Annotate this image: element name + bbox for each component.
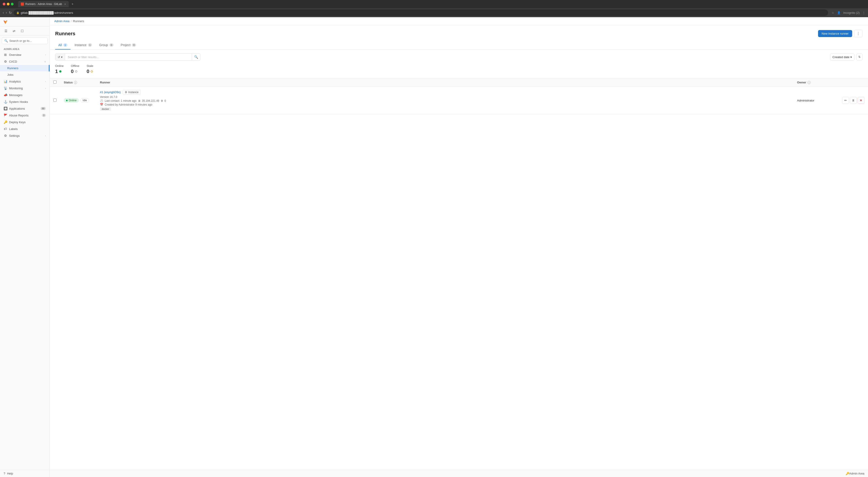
sort-order-button[interactable]: ⇅ [856,54,863,60]
tab-favicon [21,2,24,6]
lock-icon: 🔒 [16,11,20,14]
runner-contact-row: 🕐 Last contact: 1 minute ago 🖥 35.194.22… [100,99,790,102]
owner-info-icon[interactable]: i [807,81,811,84]
owner-cell: Administrator [794,87,839,114]
search-icon: 🔍 [4,39,8,42]
breadcrumb-separator: / [71,20,72,23]
runner-created-row: 📅 Created by Administrator 9 minutes ago [100,103,790,106]
sidebar-item-abuse-reports[interactable]: 🚩 Abuse Reports 0 [0,112,50,119]
filter-prefix-btn[interactable]: ↺ ▾ [55,54,65,60]
runner-tag: docker [100,107,111,111]
tab-project[interactable]: Project 0 [118,41,139,50]
close-window-btn[interactable] [3,3,5,5]
runner-type-icon: ⚙ [125,91,127,94]
sidebar-item-cicd[interactable]: ⚙ CI/CD ∨ [0,58,50,65]
jobs-icon: ⚙ [161,99,163,102]
select-all-checkbox[interactable] [53,81,57,84]
runner-ip: 35.194.221.49 [142,99,159,102]
sidebar-item-runners[interactable]: Runners [0,65,50,71]
sidebar-item-labels[interactable]: 🏷 Labels [0,125,50,132]
sidebar-item-label: System Hooks [9,100,28,103]
sidebar-item-overview[interactable]: ⊞ Overview › [0,51,50,58]
todos-btn[interactable]: ☐ [19,28,25,34]
sidebar-item-jobs[interactable]: Jobs [0,71,50,78]
sidebar-item-settings[interactable]: ⚙ Settings › [0,132,50,139]
forward-btn[interactable]: › [6,11,7,15]
delete-runner-button[interactable]: ✕ [858,97,864,104]
tab-instance[interactable]: Instance 1 [71,41,95,50]
pause-runner-button[interactable]: ⏸ [850,97,857,104]
table-row: Online Idle #1 (esyngbD9x) ⚙ Instance [50,87,868,114]
bookmark-icon[interactable]: ☆ [832,11,834,14]
page-header: Runners New instance runner ⋮ [50,25,868,37]
runner-name-link[interactable]: #1 (esyngbD9x) [100,90,121,94]
admin-area-label[interactable]: Admin Area [849,472,864,475]
edit-runner-button[interactable]: ✏ [842,97,849,104]
help-label[interactable]: Help [7,472,13,475]
sidebar-item-applications[interactable]: 🔲 Applications 88 [0,105,50,112]
sidebar-item-deploy-keys[interactable]: 🔑 Deploy Keys [0,119,50,125]
bottom-bar-right: 🔑 Admin Area [50,470,868,477]
settings-icon: ⚙ [4,134,7,138]
new-instance-runner-button[interactable]: New instance runner [818,30,852,37]
sidebar-item-system-hooks[interactable]: ⚓ System Hooks [0,98,50,105]
url-display: gitlab.████████████/admin/runners [21,11,73,14]
search-button[interactable]: 🔍 [192,54,200,60]
ip-icon: 🖥 [138,99,141,102]
row-checkbox[interactable] [53,98,57,102]
tab-all-count: 1 [63,43,67,47]
header-actions: New instance runner ⋮ [818,30,863,37]
stale-dot-icon [91,70,93,72]
chevron-down-icon: ∨ [44,60,46,63]
sidebar-item-monitoring[interactable]: 📡 Monitoring › [0,85,50,92]
reload-btn[interactable]: ↻ [9,11,12,15]
runner-cell: #1 (esyngbD9x) ⚙ Instance Version 16.7.0 [96,87,794,114]
sidebar-item-analytics[interactable]: 📊 Analytics › [0,78,50,85]
more-actions-button[interactable]: ⋮ [854,30,863,37]
prefix-chevron-icon: ▾ [61,55,63,59]
labels-icon: 🏷 [4,127,7,131]
tab-group[interactable]: Group 0 [96,41,117,50]
idle-badge: Idle [81,98,89,102]
back-btn[interactable]: ‹ [3,11,4,15]
sidebar-search[interactable]: 🔍 Search or go to... [2,37,48,44]
status-info-icon[interactable]: i [74,81,77,84]
monitoring-icon: 📡 [4,86,7,90]
sort-selector[interactable]: Created date ▾ [830,54,855,61]
merge-requests-btn[interactable]: ⇄ [11,28,17,34]
maximize-window-btn[interactable] [11,3,13,5]
extensions-icon[interactable]: ⋮ [862,11,865,14]
abuse-reports-icon: 🚩 [4,114,7,117]
tab-all[interactable]: All 1 [55,41,70,50]
active-tab[interactable]: Runners · Admin Area · GitLab ✕ [18,1,69,7]
filter-container: ↺ ▾ 🔍 [55,53,200,61]
search-input[interactable] [65,54,192,60]
runners-table: Status i Runner Owner i [50,78,868,114]
sidebar-item-label: Monitoring [9,87,23,90]
chevron-right-icon: › [45,135,46,137]
sidebar-toggle-btn[interactable]: ☰ [3,28,9,34]
tab-title: Runners · Admin Area · GitLab [25,2,62,6]
stale-count: 0 [87,68,89,74]
sidebar-item-messages[interactable]: 📣 Messages [0,92,50,98]
sidebar-item-label: Messages [9,93,22,97]
overview-icon: ⊞ [4,53,7,57]
online-value: 1 [55,68,64,74]
sidebar-item-label: Abuse Reports [9,114,29,117]
runner-col-header: Runner [96,78,794,87]
sidebar-top [0,17,50,26]
breadcrumb-parent[interactable]: Admin Area [54,20,69,23]
profile-icon[interactable]: 👤 [837,11,841,14]
new-tab-btn[interactable]: + [71,2,73,6]
address-bar[interactable]: 🔒 gitlab.████████████/admin/runners [13,9,828,16]
traffic-lights [3,3,13,5]
tab-group-count: 0 [110,43,114,47]
sidebar-item-label: CI/CD [9,60,17,63]
stat-online: Online 1 [55,64,64,74]
minimize-window-btn[interactable] [7,3,9,5]
gitlab-logo [3,19,8,24]
sort-label: Created date [833,55,849,59]
status-col-label: Status [64,81,73,84]
cicd-icon: ⚙ [4,60,7,63]
tab-close-btn[interactable]: ✕ [64,3,66,5]
